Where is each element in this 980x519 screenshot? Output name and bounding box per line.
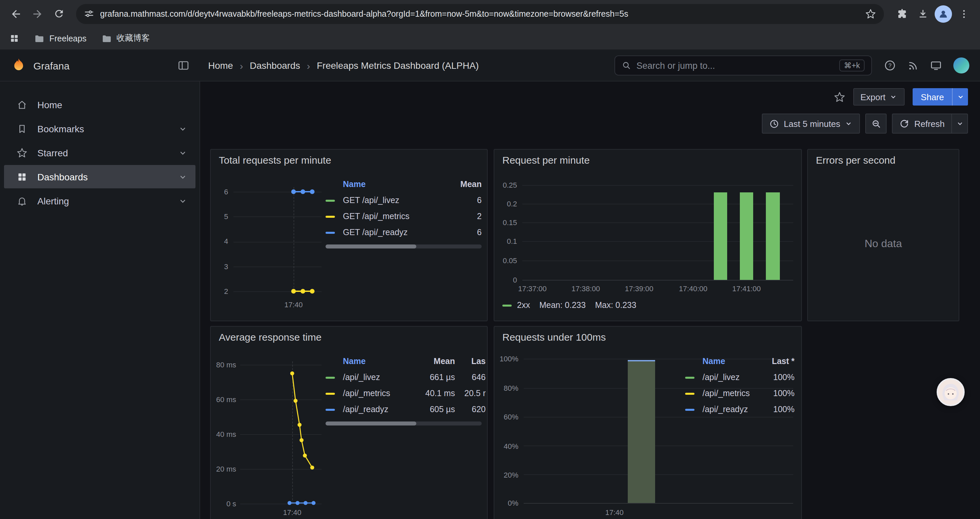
reload-icon[interactable] bbox=[49, 4, 68, 23]
browser-menu-icon[interactable] bbox=[955, 4, 973, 23]
legend-row[interactable]: GET /api/_readyz 6 bbox=[326, 224, 482, 241]
legend-row[interactable]: /api/_readyz 605 µs 620 bbox=[326, 401, 486, 417]
legend-header-name[interactable]: Name bbox=[703, 357, 757, 366]
chevron-down-icon[interactable] bbox=[178, 124, 188, 133]
series-name[interactable]: GET /api/_livez bbox=[343, 196, 448, 205]
series-name[interactable]: /api/_readyz bbox=[343, 405, 414, 414]
legend-header-mean[interactable]: Mean bbox=[418, 357, 455, 366]
y-tick: 0% bbox=[496, 499, 519, 507]
chevron-down-icon bbox=[956, 120, 964, 128]
series-name[interactable]: 2xx bbox=[517, 300, 530, 310]
sidebar-item-starred[interactable]: Starred bbox=[4, 141, 196, 164]
breadcrumb: Home › Dashboards › Freeleaps Metrics Da… bbox=[208, 60, 479, 71]
user-avatar[interactable] bbox=[953, 57, 969, 73]
legend-row[interactable]: /api/_readyz 100% bbox=[685, 401, 795, 417]
grafana-logo-icon[interactable] bbox=[11, 57, 27, 73]
gridline bbox=[234, 216, 321, 217]
legend-row[interactable]: GET /api/_metrics 2 bbox=[326, 208, 482, 224]
gridline bbox=[524, 446, 793, 446]
site-settings-icon[interactable] bbox=[84, 9, 94, 19]
search-shortcut-badge: ⌘+k bbox=[839, 59, 865, 72]
legend-row[interactable]: /api/_livez 661 µs 646 bbox=[326, 369, 486, 385]
series-mean: Mean: 0.233 bbox=[539, 300, 586, 310]
legend-row[interactable]: /api/_metrics 100% bbox=[685, 385, 795, 401]
search-input[interactable] bbox=[636, 61, 834, 70]
apps-grid-icon[interactable] bbox=[10, 34, 19, 43]
series-name[interactable]: /api/_livez bbox=[343, 373, 414, 382]
favorite-star-icon[interactable] bbox=[834, 91, 845, 102]
legend-header-name[interactable]: Name bbox=[343, 357, 414, 366]
share-button[interactable]: Share bbox=[913, 88, 968, 105]
sidebar-item-alerting[interactable]: Alerting bbox=[4, 189, 196, 212]
extensions-icon[interactable] bbox=[892, 4, 911, 23]
url-text[interactable]: grafana.mathmast.com/d/deytv4rwavabkb/fr… bbox=[100, 9, 628, 18]
x-tick: 17:41:00 bbox=[728, 284, 765, 292]
breadcrumb-home[interactable]: Home bbox=[208, 60, 233, 71]
search-box[interactable]: ⌘+k bbox=[614, 56, 872, 75]
panel-title[interactable]: Total requests per minute bbox=[219, 154, 331, 166]
gridline-vertical bbox=[294, 187, 294, 291]
x-tick: 17:40 bbox=[598, 508, 631, 516]
refresh-icon bbox=[900, 118, 910, 129]
series-name[interactable]: /api/_readyz bbox=[703, 405, 757, 414]
legend-header-mean[interactable]: Mean bbox=[452, 180, 482, 189]
x-tick: 17:40:00 bbox=[675, 284, 712, 292]
series-name[interactable]: GET /api/_readyz bbox=[343, 228, 448, 237]
legend-row[interactable]: /api/_livez 100% bbox=[685, 369, 795, 385]
legend-scrollbar[interactable] bbox=[326, 244, 482, 249]
scrollbar-thumb[interactable] bbox=[326, 244, 416, 249]
y-tick: 0 bbox=[496, 276, 517, 284]
series-name[interactable]: /api/_metrics bbox=[703, 389, 757, 398]
breadcrumb-dashboards[interactable]: Dashboards bbox=[250, 60, 300, 71]
browser-profile-avatar[interactable] bbox=[935, 5, 952, 22]
data-point bbox=[301, 189, 305, 194]
monitor-icon[interactable] bbox=[930, 59, 942, 72]
series-name[interactable]: /api/_livez bbox=[703, 373, 757, 382]
help-icon[interactable]: ? bbox=[884, 59, 896, 72]
series-name[interactable]: GET /api/_metrics bbox=[343, 212, 448, 221]
gridline bbox=[234, 267, 321, 267]
x-tick: 17:37:00 bbox=[514, 284, 551, 292]
series-color-icon bbox=[685, 393, 694, 394]
forward-icon[interactable] bbox=[28, 4, 47, 23]
sidebar-item-home[interactable]: Home bbox=[4, 93, 196, 116]
chevron-down-icon[interactable] bbox=[178, 148, 188, 157]
panel-title[interactable]: Errors per second bbox=[816, 154, 895, 166]
export-button[interactable]: Export bbox=[853, 88, 905, 105]
panel-title[interactable]: Request per minute bbox=[502, 154, 590, 166]
zoom-out-button[interactable] bbox=[865, 113, 887, 134]
address-bar[interactable]: grafana.mathmast.com/d/deytv4rwavabkb/fr… bbox=[76, 4, 884, 24]
y-tick: 20% bbox=[496, 471, 519, 479]
bookmark-folder-blogs[interactable]: 收藏博客 bbox=[101, 33, 150, 44]
panel-errors-per-second: Errors per second No data bbox=[807, 149, 959, 321]
legend-header-last[interactable]: Las bbox=[459, 357, 486, 366]
legend-header-name[interactable]: Name bbox=[343, 180, 448, 189]
refresh-button[interactable]: Refresh bbox=[892, 113, 968, 134]
browser-toolbar: grafana.mathmast.com/d/deytv4rwavabkb/fr… bbox=[0, 0, 980, 27]
time-range-picker[interactable]: Last 5 minutes bbox=[762, 113, 860, 134]
chevron-down-icon[interactable] bbox=[178, 172, 188, 181]
back-icon[interactable] bbox=[7, 4, 25, 23]
legend-row[interactable]: GET /api/_livez 6 bbox=[326, 192, 482, 208]
legend-row[interactable]: /api/_metrics 40.1 ms 20.5 r bbox=[326, 385, 486, 401]
series-name[interactable]: /api/_metrics bbox=[343, 389, 414, 398]
bookmark-star-icon[interactable] bbox=[865, 8, 876, 19]
svg-text:?: ? bbox=[888, 62, 891, 69]
panel-title[interactable]: Requests under 100ms bbox=[502, 331, 606, 343]
refresh-interval-dropdown[interactable] bbox=[951, 114, 967, 133]
avatar-image bbox=[938, 379, 963, 405]
data-point bbox=[291, 289, 296, 294]
breadcrumb-current: Freeleaps Metrics Dashboard (ALPHA) bbox=[317, 60, 479, 71]
assistant-avatar[interactable] bbox=[937, 378, 965, 406]
share-dropdown[interactable] bbox=[952, 88, 968, 105]
downloads-icon[interactable] bbox=[913, 4, 932, 23]
scrollbar-thumb[interactable] bbox=[326, 422, 416, 425]
sidebar-item-dashboards[interactable]: Dashboards bbox=[4, 165, 196, 188]
mega-menu-toggle-icon[interactable] bbox=[177, 59, 189, 72]
bookmark-folder-freeleaps[interactable]: Freeleaps bbox=[34, 33, 86, 44]
sidebar-item-bookmarks[interactable]: Bookmarks bbox=[4, 117, 196, 140]
chevron-down-icon[interactable] bbox=[178, 196, 188, 205]
legend-scrollbar[interactable] bbox=[326, 422, 482, 425]
legend-header-last[interactable]: Last * bbox=[761, 357, 795, 366]
news-rss-icon[interactable] bbox=[907, 60, 919, 71]
